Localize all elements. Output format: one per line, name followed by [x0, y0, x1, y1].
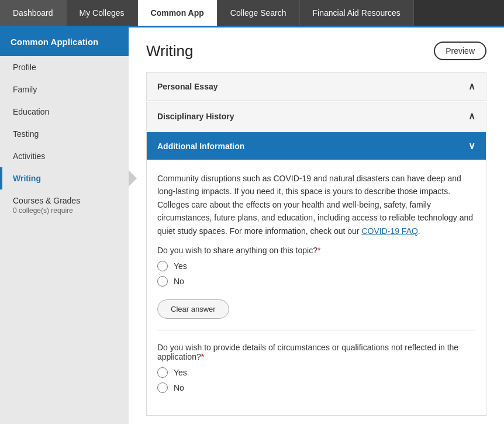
- divider: [157, 330, 475, 331]
- question1-required-star: *: [317, 246, 320, 255]
- courses-grades-sub: 0 college(s) require: [13, 206, 118, 215]
- additional-info-label: Additional Information: [157, 142, 244, 151]
- question1-label: Do you wish to share anything on this to…: [157, 246, 475, 255]
- accordion-personal-essay: Personal Essay ∧: [146, 72, 486, 101]
- additional-info-header[interactable]: Additional Information ∨: [147, 132, 486, 160]
- top-navigation: Dashboard My Colleges Common App College…: [0, 0, 504, 27]
- question1-section: Do you wish to share anything on this to…: [157, 246, 475, 319]
- personal-essay-header[interactable]: Personal Essay ∧: [147, 73, 486, 100]
- accordion-additional-info: Additional Information ∨ Community disru…: [146, 132, 486, 416]
- tab-dashboard[interactable]: Dashboard: [0, 0, 67, 26]
- question1-no-option[interactable]: No: [157, 276, 475, 287]
- sidebar-item-profile[interactable]: Profile: [0, 56, 129, 78]
- question2-label: Do you wish to provide details of circum…: [157, 343, 475, 361]
- sidebar-item-activities[interactable]: Activities: [0, 145, 129, 167]
- sidebar: Common Application Profile Family Educat…: [0, 27, 129, 424]
- content-header: Writing Preview: [146, 42, 486, 60]
- question2-yes-radio[interactable]: [157, 367, 168, 378]
- question2-no-radio[interactable]: [157, 382, 168, 393]
- sidebar-item-education[interactable]: Education: [0, 101, 129, 123]
- question1-no-radio[interactable]: [157, 276, 168, 287]
- covid-faq-link[interactable]: COVID-19 FAQ: [361, 226, 417, 236]
- preview-button[interactable]: Preview: [434, 42, 486, 60]
- sidebar-item-courses-grades[interactable]: Courses & Grades 0 college(s) require: [0, 189, 129, 221]
- additional-info-body: Community disruptions such as COVID-19 a…: [147, 160, 486, 415]
- disciplinary-history-chevron: ∧: [468, 111, 475, 122]
- tab-financial-aid[interactable]: Financial Aid Resources: [300, 0, 414, 26]
- additional-info-chevron: ∨: [468, 140, 475, 151]
- main-layout: Common Application Profile Family Educat…: [0, 27, 504, 424]
- tab-college-search[interactable]: College Search: [218, 0, 300, 26]
- accordion-disciplinary-history: Disciplinary History ∧: [146, 102, 486, 130]
- sidebar-item-writing[interactable]: Writing: [0, 167, 129, 189]
- clear-answer-button[interactable]: Clear answer: [157, 299, 229, 319]
- question2-section: Do you wish to provide details of circum…: [157, 343, 475, 393]
- page-title: Writing: [146, 42, 193, 60]
- question2-no-option[interactable]: No: [157, 382, 475, 393]
- additional-info-text: Community disruptions such as COVID-19 a…: [157, 172, 475, 237]
- question1-yes-radio[interactable]: [157, 261, 168, 271]
- tab-common-app[interactable]: Common App: [138, 0, 218, 26]
- tab-my-colleges[interactable]: My Colleges: [67, 0, 138, 26]
- question2-required-star: *: [201, 352, 204, 361]
- question2-yes-option[interactable]: Yes: [157, 367, 475, 378]
- disciplinary-history-label: Disciplinary History: [157, 112, 234, 121]
- sidebar-header: Common Application: [0, 27, 129, 56]
- sidebar-item-family[interactable]: Family: [0, 78, 129, 101]
- sidebar-item-testing[interactable]: Testing: [0, 123, 129, 145]
- main-content: Writing Preview Personal Essay ∧ Discipl…: [129, 27, 504, 424]
- question1-yes-option[interactable]: Yes: [157, 261, 475, 271]
- personal-essay-label: Personal Essay: [157, 82, 218, 91]
- personal-essay-chevron: ∧: [468, 81, 475, 92]
- disciplinary-history-header[interactable]: Disciplinary History ∧: [147, 102, 486, 130]
